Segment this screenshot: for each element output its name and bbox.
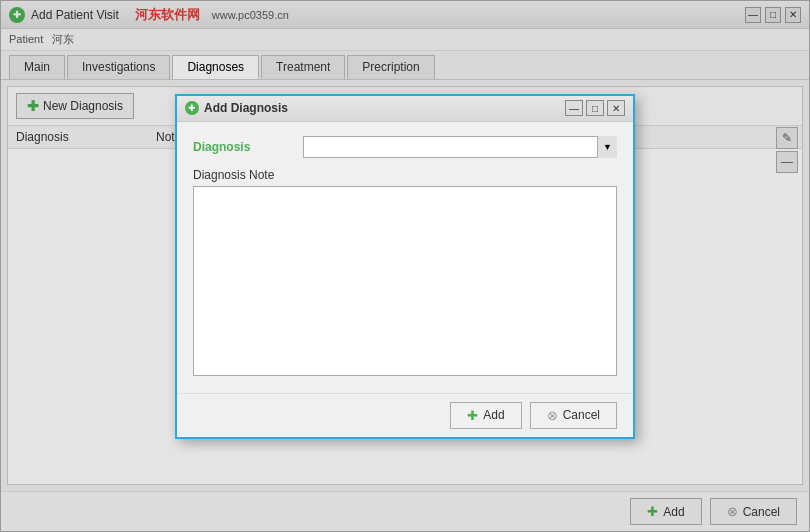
modal-add-label: Add (483, 408, 504, 422)
modal-close-button[interactable]: ✕ (607, 100, 625, 116)
diagnosis-note-textarea[interactable] (193, 186, 617, 376)
modal-overlay: ✚ Add Diagnosis — □ ✕ Diagnosis (1, 1, 809, 531)
note-section: Diagnosis Note (193, 168, 617, 379)
modal-cancel-button[interactable]: ⊗ Cancel (530, 402, 617, 429)
main-window: ✚ Add Patient Visit 河东软件网 www.pc0359.cn … (0, 0, 810, 532)
modal-icon: ✚ (185, 101, 199, 115)
diagnosis-select[interactable] (303, 136, 617, 158)
modal-add-button[interactable]: ✚ Add (450, 402, 521, 429)
modal-cancel-label: Cancel (563, 408, 600, 422)
modal-maximize-button[interactable]: □ (586, 100, 604, 116)
diagnosis-select-wrapper: ▼ (303, 136, 617, 158)
diagnosis-label: Diagnosis (193, 140, 303, 154)
add-diagnosis-modal: ✚ Add Diagnosis — □ ✕ Diagnosis (175, 94, 635, 439)
modal-body: Diagnosis ▼ Diagnosis Note (177, 122, 633, 393)
modal-cancel-icon: ⊗ (547, 408, 558, 423)
modal-footer: ✚ Add ⊗ Cancel (177, 393, 633, 437)
diagnosis-row: Diagnosis ▼ (193, 136, 617, 158)
modal-title-bar: ✚ Add Diagnosis — □ ✕ (177, 96, 633, 122)
modal-add-icon: ✚ (467, 408, 478, 423)
note-label: Diagnosis Note (193, 168, 617, 182)
modal-title: Add Diagnosis (204, 101, 288, 115)
modal-minimize-button[interactable]: — (565, 100, 583, 116)
